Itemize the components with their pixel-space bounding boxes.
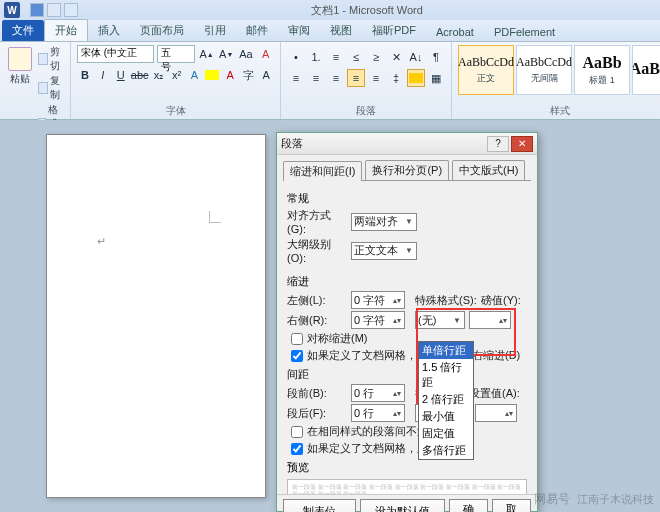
by-label: 磅值(Y): [481,293,525,308]
special-select[interactable]: (无)▼ [415,311,465,329]
tabs-button[interactable]: 制表位(T)… [283,499,356,512]
save-icon[interactable] [30,3,44,17]
show-marks-button[interactable]: ¶ [427,48,445,66]
grow-font-button[interactable]: A▲ [198,45,215,63]
group-paragraph: • 1. ≡ ≤ ≥ ✕ A↓ ¶ ≡ ≡ ≡ ≡ ≡ ‡ ▦ 段落 [281,42,452,119]
tab-mailings[interactable]: 邮件 [236,20,278,41]
style-nospacing[interactable]: AaBbCcDd无间隔 [516,45,572,95]
alignment-select[interactable]: 两端对齐▼ [351,213,417,231]
change-case-button[interactable]: Aa [238,45,255,63]
tab-asian[interactable]: 中文版式(H) [452,160,525,180]
default-button[interactable]: 设为默认值(D) [360,499,445,512]
redo-icon[interactable] [64,3,78,17]
indent-dec-button[interactable]: ≤ [347,48,365,66]
cancel-button[interactable]: 取消 [492,499,531,512]
group-font: 宋体 (中文正 五号 A▲ A▼ Aa A B I U abc x₂ x² A … [71,42,281,119]
cut-button[interactable]: 剪切 [38,45,64,73]
quick-access-toolbar [30,3,78,17]
linespacing-dropdown[interactable]: 单倍行距 1.5 倍行距 2 倍行距 最小值 固定值 多倍行距 [418,341,474,460]
dropdown-option[interactable]: 最小值 [419,408,473,425]
multilevel-button[interactable]: ≡ [327,48,345,66]
document-page[interactable]: ↵ [46,134,266,498]
ok-button[interactable]: 确定 [449,499,488,512]
style-more[interactable]: AaBl [632,45,660,95]
help-button[interactable]: ? [487,136,509,152]
group-styles: AaBbCcDd正文 AaBbCcDd无间隔 AaBb标题 1 AaBl 样式 [452,42,660,119]
font-family-value: 宋体 (中文正 [81,47,137,58]
before-spinner[interactable]: 0 行▴▾ [351,384,405,402]
tab-references[interactable]: 引用 [194,20,236,41]
indent-inc-button[interactable]: ≥ [367,48,385,66]
right-indent-spinner[interactable]: 0 字符▴▾ [351,311,405,329]
text-effects-button[interactable]: A [186,66,202,84]
dropdown-option[interactable]: 多倍行距 [419,442,473,459]
after-spinner[interactable]: 0 行▴▾ [351,404,405,422]
highlight-button[interactable] [204,66,220,84]
dropdown-option[interactable]: 2 倍行距 [419,391,473,408]
tab-indent-spacing[interactable]: 缩进和间距(I) [283,161,362,181]
auto-right-indent-checkbox[interactable] [291,350,303,362]
same-style-checkbox[interactable] [291,426,303,438]
group-clipboard: 粘贴 剪切 复制 格式刷 剪贴板 [0,42,71,119]
style-normal[interactable]: AaBbCcDd正文 [458,45,514,95]
italic-button[interactable]: I [95,66,111,84]
tab-layout[interactable]: 页面布局 [130,20,194,41]
superscript-button[interactable]: x² [169,66,185,84]
shading-button[interactable] [407,69,425,87]
style-name: 标题 1 [589,74,615,87]
tab-pdfelement[interactable]: PDFelement [484,23,565,41]
underline-button[interactable]: U [113,66,129,84]
tab-home[interactable]: 开始 [44,19,88,41]
tab-acrobat[interactable]: Acrobat [426,23,484,41]
line-spacing-button[interactable]: ‡ [387,69,405,87]
borders-button[interactable]: ▦ [427,69,445,87]
special-value: (无) [418,313,436,328]
bold-button[interactable]: B [77,66,93,84]
copy-button[interactable]: 复制 [38,74,64,102]
distribute-button[interactable]: ≡ [367,69,385,87]
left-indent-spinner[interactable]: 0 字符▴▾ [351,291,405,309]
auto-right-indent-label: 如果定义了文档网格，则自动调整右缩进(D) [307,348,520,363]
by-spinner[interactable]: ▴▾ [469,311,511,329]
dropdown-option[interactable]: 1.5 倍行距 [419,359,473,391]
shrink-font-button[interactable]: A▼ [218,45,235,63]
tab-file[interactable]: 文件 [2,20,44,41]
mirror-indent-checkbox[interactable] [291,333,303,345]
dropdown-option[interactable]: 单倍行距 [419,342,473,359]
justify-button[interactable]: ≡ [347,69,365,87]
align-left-button[interactable]: ≡ [287,69,305,87]
close-button[interactable]: ✕ [511,136,533,152]
asian-layout-button[interactable]: ✕ [387,48,405,66]
border-char-button[interactable]: A [258,66,274,84]
font-color-button[interactable]: A [222,66,238,84]
tab-line-page[interactable]: 换行和分页(P) [365,160,449,180]
paste-label: 粘贴 [10,72,30,86]
align-center-button[interactable]: ≡ [307,69,325,87]
strike-button[interactable]: abc [131,66,149,84]
at-spinner[interactable]: ▴▾ [475,404,517,422]
spinner-icon: ▴▾ [498,316,508,325]
tab-foxit[interactable]: 福昕PDF [362,20,426,41]
cut-label: 剪切 [50,45,64,73]
paste-button[interactable]: 粘贴 [6,45,34,88]
phonetic-button[interactable]: 字 [240,66,256,84]
dialog-titlebar[interactable]: 段落 ? ✕ [277,133,537,155]
align-right-button[interactable]: ≡ [327,69,345,87]
sort-button[interactable]: A↓ [407,48,425,66]
align-grid-checkbox[interactable] [291,443,303,455]
dropdown-option[interactable]: 固定值 [419,425,473,442]
tab-review[interactable]: 审阅 [278,20,320,41]
tab-insert[interactable]: 插入 [88,20,130,41]
left-indent-label: 左侧(L): [287,293,347,308]
bullets-button[interactable]: • [287,48,305,66]
numbering-button[interactable]: 1. [307,48,325,66]
font-size-value: 五号 [161,47,171,72]
font-size-select[interactable]: 五号 [157,45,195,63]
tab-view[interactable]: 视图 [320,20,362,41]
undo-icon[interactable] [47,3,61,17]
font-family-select[interactable]: 宋体 (中文正 [77,45,154,63]
style-heading1[interactable]: AaBb标题 1 [574,45,630,95]
clear-format-button[interactable]: A [257,45,274,63]
outline-label: 大纲级别(O): [287,237,347,264]
outline-select[interactable]: 正文文本▼ [351,242,417,260]
